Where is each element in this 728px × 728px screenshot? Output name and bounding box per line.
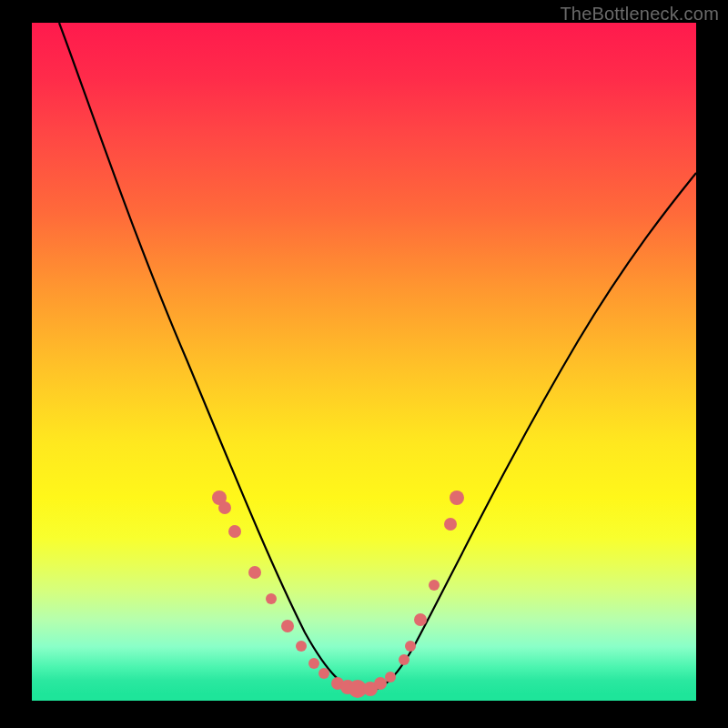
- curve-svg: [32, 23, 696, 701]
- marker-dot: [218, 501, 231, 514]
- chart-stage: TheBottleneck.com: [0, 0, 728, 728]
- marker-dot: [450, 490, 464, 505]
- marker-dot: [374, 677, 387, 690]
- marker-dot: [385, 672, 396, 682]
- marker-dot: [414, 613, 427, 626]
- marker-dot: [296, 641, 307, 652]
- watermark-label: TheBottleneck.com: [560, 4, 719, 25]
- marker-dot: [266, 593, 277, 604]
- marker-dot: [281, 620, 294, 632]
- plot-area: [32, 23, 696, 701]
- marker-group: [212, 490, 464, 698]
- marker-dot: [444, 518, 457, 531]
- marker-dot: [318, 668, 329, 679]
- marker-dot: [248, 566, 261, 579]
- marker-dot: [405, 641, 416, 652]
- marker-dot: [308, 658, 319, 669]
- bottleneck-curve: [59, 23, 696, 692]
- marker-dot: [399, 654, 410, 665]
- marker-dot: [228, 525, 241, 538]
- marker-dot: [429, 580, 440, 591]
